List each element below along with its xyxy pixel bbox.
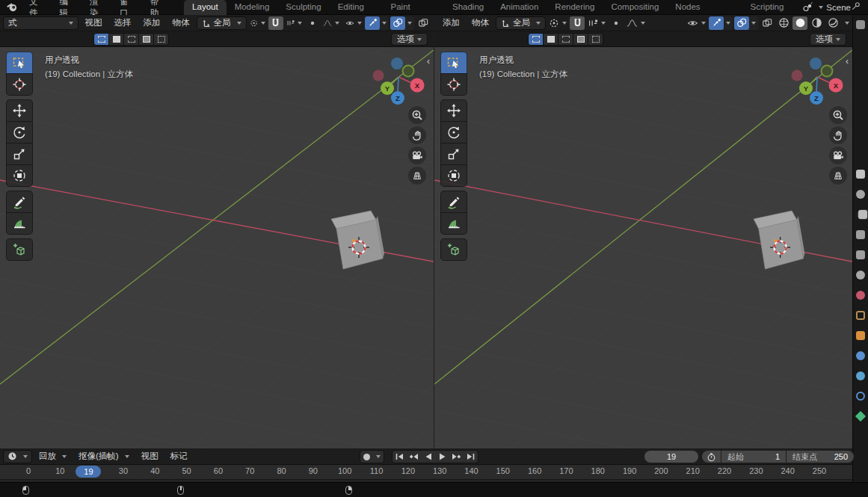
show-gizmo-toggle[interactable]	[709, 16, 724, 30]
properties-tab-editor[interactable]	[856, 169, 868, 179]
select-mode-invert-button[interactable]	[138, 33, 154, 46]
current-frame-indicator[interactable]: 19	[76, 466, 101, 478]
properties-tab-physics[interactable]	[856, 391, 868, 401]
tool-select-box[interactable]	[6, 52, 33, 74]
tool-annotate[interactable]	[440, 191, 467, 213]
pivot-point-dropdown[interactable]	[248, 16, 267, 30]
visibility-dropdown[interactable]	[344, 16, 363, 30]
tool-rotate[interactable]	[440, 121, 467, 143]
workspace-tab-sculpting[interactable]: Sculpting	[277, 0, 329, 15]
tool-cursor[interactable]	[6, 73, 33, 96]
tool-measure[interactable]	[440, 212, 467, 235]
workspace-tab-shading[interactable]: Shading	[444, 0, 492, 15]
sidebar-collapse-arrow[interactable]: ‹	[843, 56, 851, 67]
playback-dropdown[interactable]: 回放	[34, 450, 72, 463]
snap-target-dropdown[interactable]	[586, 16, 607, 30]
axis-ball-neg-x[interactable]	[373, 70, 384, 81]
tool-scale[interactable]	[440, 143, 467, 165]
prev-keyframe-button[interactable]	[407, 451, 421, 463]
viewport-right-canvas[interactable]: 用户透视 (19) Collection | 立方体	[434, 47, 852, 448]
pivot-point-dropdown[interactable]	[547, 16, 568, 30]
camera-view-button[interactable]	[829, 146, 847, 164]
tool-add-cube[interactable]	[6, 238, 33, 261]
snap-magnet-toggle[interactable]	[570, 16, 585, 30]
properties-tab-modifiers[interactable]	[856, 351, 868, 361]
frame-start-field[interactable]: 起始 1	[721, 451, 786, 463]
axis-ball-neg-y[interactable]	[403, 66, 414, 77]
pin-icon[interactable]	[851, 1, 861, 13]
menu-markers[interactable]: 标记	[165, 451, 193, 462]
proportional-editing-toggle[interactable]	[609, 16, 624, 30]
tool-transform[interactable]	[440, 164, 467, 187]
tool-rotate[interactable]	[6, 121, 33, 143]
show-gizmo-toggle[interactable]	[365, 16, 380, 30]
proportional-editing-toggle[interactable]	[305, 16, 320, 30]
sidebar-collapse-arrow[interactable]: ‹	[425, 56, 432, 67]
select-mode-new-button[interactable]	[528, 33, 544, 46]
chevron-down-icon[interactable]	[751, 22, 756, 25]
menu-timeline-view[interactable]: 视图	[136, 451, 164, 462]
navigation-gizmo[interactable]: Y X Z	[372, 56, 431, 110]
tool-transform[interactable]	[6, 164, 33, 187]
visibility-dropdown[interactable]	[686, 16, 707, 30]
properties-tab-scene[interactable]	[856, 270, 868, 280]
frame-end-field[interactable]: 结束点 250	[787, 451, 854, 463]
menu-add[interactable]: 添加	[138, 17, 166, 28]
shading-dropdown-chevron[interactable]	[845, 22, 849, 25]
blender-logo-icon[interactable]	[0, 2, 22, 13]
pan-button[interactable]	[408, 126, 426, 144]
workspace-tab-texture-paint[interactable]: Texture Paint	[383, 0, 444, 15]
select-mode-subtract-button[interactable]	[123, 33, 139, 46]
mode-dropdown[interactable]: 式	[3, 16, 79, 30]
transform-orientation-dropdown[interactable]: 全局	[197, 16, 247, 30]
proportional-falloff-dropdown[interactable]	[625, 16, 647, 30]
play-button[interactable]	[435, 451, 449, 463]
properties-tab-collection[interactable]	[856, 310, 868, 321]
workspace-tab-geometry-nodes[interactable]: Geometry Nodes	[667, 0, 742, 15]
properties-tab-object[interactable]	[856, 330, 868, 341]
chevron-down-icon[interactable]	[376, 455, 381, 458]
properties-tab-particles[interactable]	[856, 371, 868, 381]
keying-dropdown[interactable]: 抠像(插帧)	[73, 450, 135, 463]
axis-ball-neg-z[interactable]	[391, 58, 403, 70]
properties-tab-view-layer[interactable]	[856, 250, 868, 260]
zoom-button[interactable]	[829, 106, 847, 124]
cube-object[interactable]	[754, 211, 804, 269]
3d-scene[interactable]	[0, 47, 434, 448]
menu-object[interactable]: 物体	[467, 17, 494, 28]
xray-toggle[interactable]	[416, 16, 431, 30]
show-overlays-toggle[interactable]	[390, 16, 405, 30]
options-dropdown[interactable]: 选项	[391, 33, 428, 46]
properties-tab-world[interactable]	[856, 290, 868, 300]
shading-wireframe-button[interactable]	[776, 16, 791, 30]
select-mode-subtract-button[interactable]	[558, 33, 573, 46]
tool-move[interactable]	[440, 99, 467, 122]
editor-type-dropdown[interactable]	[3, 450, 32, 463]
axis-ball-neg-z[interactable]	[810, 58, 822, 70]
show-overlays-toggle[interactable]	[734, 16, 749, 30]
proportional-falloff-dropdown[interactable]	[321, 16, 341, 30]
properties-tab-tool[interactable]	[856, 189, 868, 200]
cube-object[interactable]	[331, 211, 384, 269]
options-dropdown[interactable]: 选项	[810, 33, 846, 46]
tool-add-cube[interactable]	[440, 238, 467, 261]
pan-button[interactable]	[829, 126, 847, 144]
workspace-tab-compositing[interactable]: Compositing	[603, 0, 667, 15]
tool-select-box[interactable]	[440, 52, 467, 74]
current-frame-field[interactable]: 19	[644, 451, 698, 463]
tool-measure[interactable]	[6, 212, 33, 235]
workspace-tab-modeling[interactable]: Modeling	[227, 0, 278, 15]
tool-scale[interactable]	[6, 143, 33, 165]
workspace-tab-layout[interactable]: Layout	[184, 0, 227, 15]
workspace-tab-animation[interactable]: Animation	[492, 0, 547, 15]
timeline-ruler[interactable]: 19 0103040506070809010011012013014015016…	[0, 465, 852, 479]
shading-rendered-button[interactable]	[825, 16, 840, 30]
axis-ball-neg-x[interactable]	[792, 70, 803, 81]
shading-material-button[interactable]	[809, 16, 824, 30]
properties-tab-object-data[interactable]	[856, 411, 868, 422]
snap-magnet-toggle[interactable]	[268, 16, 283, 30]
menu-select[interactable]: 选择	[109, 17, 137, 28]
current-frame-value[interactable]: 19	[644, 451, 698, 463]
camera-view-button[interactable]	[408, 146, 426, 164]
select-mode-intersect-button[interactable]	[588, 33, 603, 46]
